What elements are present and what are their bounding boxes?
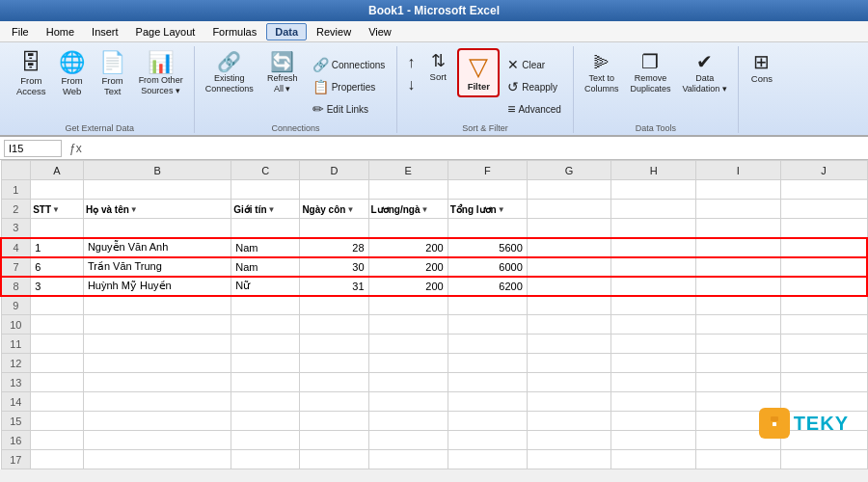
text-to-columns-button[interactable]: ⫸ Text toColumns xyxy=(580,48,624,97)
menu-data[interactable]: Data xyxy=(266,23,307,40)
cell-2i[interactable] xyxy=(696,200,781,219)
cell-8b[interactable]: Huỳnh Mỹ Huyền xyxy=(83,277,231,296)
cell-1f[interactable] xyxy=(448,180,527,200)
sort-az-button[interactable]: ↑ xyxy=(403,52,419,73)
edit-links-button[interactable]: ✏ Edit Links xyxy=(307,98,392,120)
menu-home[interactable]: Home xyxy=(39,24,82,40)
cell-8c[interactable]: Nữ xyxy=(231,277,300,296)
cell-8i[interactable] xyxy=(696,277,781,296)
clear-button[interactable]: ✕ Clear xyxy=(502,54,567,75)
cell-8h[interactable] xyxy=(611,277,696,296)
cell-1i[interactable] xyxy=(696,180,781,200)
cell-7e[interactable]: 200 xyxy=(368,257,448,277)
from-access-button[interactable]: 🗄 FromAccess xyxy=(12,48,51,100)
cell-3d[interactable] xyxy=(300,219,368,238)
advanced-button[interactable]: ≡ Advanced xyxy=(502,98,567,120)
cell-1g[interactable] xyxy=(527,180,611,200)
header-stt[interactable]: STT ▼ xyxy=(31,200,84,219)
col-header-j[interactable]: J xyxy=(780,161,867,180)
cell-2j[interactable] xyxy=(780,200,867,219)
cell-reference-box[interactable] xyxy=(4,140,62,157)
cell-1b[interactable] xyxy=(83,180,231,200)
col-header-g[interactable]: G xyxy=(527,161,611,180)
cell-7j[interactable] xyxy=(780,257,867,277)
cell-4f[interactable]: 5600 xyxy=(448,238,527,257)
menu-view[interactable]: View xyxy=(361,24,399,40)
cell-4a[interactable]: 1 xyxy=(31,238,84,257)
col-header-d[interactable]: D xyxy=(300,161,368,180)
cell-7h[interactable] xyxy=(611,257,696,277)
cell-3j[interactable] xyxy=(780,219,867,238)
header-hoten[interactable]: Họ và tên ▼ xyxy=(83,200,231,219)
cell-7g[interactable] xyxy=(527,257,611,277)
menu-formulas[interactable]: Formulas xyxy=(204,24,264,40)
sort-za-button[interactable]: ↓ xyxy=(403,74,419,95)
filter-ngaycong[interactable]: Ngày côn ▼ xyxy=(302,204,354,215)
from-web-button[interactable]: 🌐 FromWeb xyxy=(53,48,92,100)
sort-button[interactable]: ⇅ Sort xyxy=(420,48,455,85)
menu-page-layout[interactable]: Page Layout xyxy=(128,24,203,40)
header-ngaycong[interactable]: Ngày côn ▼ xyxy=(300,200,368,219)
existing-connections-button[interactable]: 🔗 ExistingConnections xyxy=(201,48,258,97)
connections-button[interactable]: 🔗 Connections xyxy=(307,54,392,75)
col-header-c[interactable]: C xyxy=(231,161,300,180)
cell-3c[interactable] xyxy=(231,219,300,238)
reapply-button[interactable]: ↺ Reapply xyxy=(502,76,567,97)
cell-3f[interactable] xyxy=(448,219,527,238)
col-header-a[interactable]: A xyxy=(31,161,84,180)
cell-4j[interactable] xyxy=(780,238,867,257)
filter-tongluong[interactable]: Tổng lươn ▼ xyxy=(450,204,505,215)
cell-3e[interactable] xyxy=(368,219,448,238)
cell-4i[interactable] xyxy=(696,238,781,257)
from-text-button[interactable]: 📄 FromText xyxy=(94,48,132,100)
cell-8d[interactable]: 31 xyxy=(300,277,368,296)
menu-file[interactable]: File xyxy=(4,24,37,40)
spreadsheet-area[interactable]: A B C D E F G H I J 1 xyxy=(0,160,868,469)
properties-button[interactable]: 📋 Properties xyxy=(307,76,392,97)
menu-insert[interactable]: Insert xyxy=(84,24,126,40)
cell-8j[interactable] xyxy=(780,277,867,296)
col-header-e[interactable]: E xyxy=(368,161,448,180)
cell-8e[interactable]: 200 xyxy=(368,277,448,296)
cell-7f[interactable]: 6000 xyxy=(448,257,527,277)
cell-4d[interactable]: 28 xyxy=(300,238,368,257)
col-header-b[interactable]: B xyxy=(83,161,231,180)
cell-7c[interactable]: Nam xyxy=(231,257,300,277)
cell-2h[interactable] xyxy=(611,200,696,219)
cell-4e[interactable]: 200 xyxy=(368,238,448,257)
cell-1j[interactable] xyxy=(780,180,867,200)
header-tongluong[interactable]: Tổng lươn ▼ xyxy=(448,200,527,219)
cell-1e[interactable] xyxy=(368,180,448,200)
refresh-all-button[interactable]: 🔄 RefreshAll ▾ xyxy=(260,48,305,97)
filter-button[interactable]: ▽ Filter xyxy=(457,48,500,97)
filter-luong[interactable]: Lương/ngà ▼ xyxy=(371,204,429,215)
cell-8f[interactable]: 6200 xyxy=(448,277,527,296)
col-header-h[interactable]: H xyxy=(611,161,696,180)
cell-1d[interactable] xyxy=(300,180,368,200)
formula-input[interactable] xyxy=(90,143,864,154)
cons-button[interactable]: ⊞ Cons xyxy=(745,48,779,87)
cell-4h[interactable] xyxy=(611,238,696,257)
cell-1c[interactable] xyxy=(231,180,300,200)
cell-8a[interactable]: 3 xyxy=(31,277,84,296)
cell-4b[interactable]: Nguyễn Văn Anh xyxy=(83,238,231,257)
cell-3h[interactable] xyxy=(611,219,696,238)
cell-2g[interactable] xyxy=(527,200,611,219)
filter-gioitinh[interactable]: Giới tín ▼ xyxy=(233,204,275,215)
cell-3a[interactable] xyxy=(31,219,84,238)
cell-8g[interactable] xyxy=(527,277,611,296)
col-header-f[interactable]: F xyxy=(448,161,527,180)
filter-hoten[interactable]: Họ và tên ▼ xyxy=(86,204,138,215)
cell-3i[interactable] xyxy=(696,219,781,238)
cell-3g[interactable] xyxy=(527,219,611,238)
cell-7b[interactable]: Trần Văn Trung xyxy=(83,257,231,277)
menu-review[interactable]: Review xyxy=(309,24,359,40)
header-gioitinh[interactable]: Giới tín ▼ xyxy=(231,200,300,219)
cell-3b[interactable] xyxy=(83,219,231,238)
cell-7i[interactable] xyxy=(696,257,781,277)
remove-duplicates-button[interactable]: ❐ RemoveDuplicates xyxy=(625,48,675,97)
cell-4g[interactable] xyxy=(527,238,611,257)
header-luong[interactable]: Lương/ngà ▼ xyxy=(368,200,448,219)
data-validation-button[interactable]: ✔ DataValidation ▾ xyxy=(677,48,731,97)
cell-7a[interactable]: 6 xyxy=(31,257,84,277)
